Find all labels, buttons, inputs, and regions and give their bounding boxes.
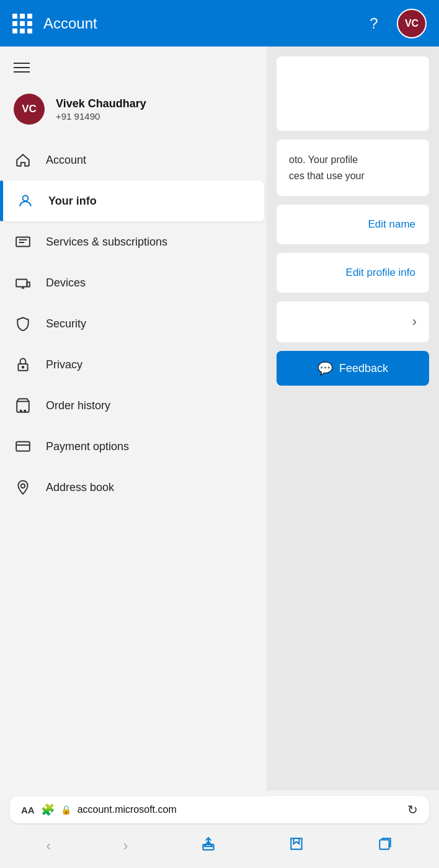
app-title: Account [43, 15, 351, 32]
sidebar-item-order-history[interactable]: Order history [0, 385, 267, 426]
svg-point-9 [22, 366, 24, 368]
grid-icon[interactable] [12, 14, 32, 33]
url-bar[interactable]: AA 🧩 🔒 account.microsoft.com ↻ [10, 796, 429, 823]
feedback-label: Feedback [339, 362, 388, 375]
svg-rect-4 [16, 280, 27, 287]
user-name: Vivek Chaudhary [56, 97, 146, 111]
lock-icon-browser: 🔒 [61, 805, 71, 815]
services-icon [14, 232, 32, 251]
sidebar-item-privacy-label: Privacy [46, 358, 82, 371]
user-phone: +91 91490 [56, 111, 146, 122]
profile-description: oto. Your profileces that use your [289, 152, 417, 184]
user-profile: VC Vivek Chaudhary +91 91490 [0, 85, 267, 140]
sidebar-item-payment[interactable]: Payment options [0, 426, 267, 467]
card-icon [14, 437, 32, 456]
svg-point-12 [24, 410, 25, 412]
reload-button[interactable]: ↻ [407, 802, 418, 817]
feedback-icon: 💬 [317, 361, 333, 376]
sidebar-item-services[interactable]: Services & subscriptions [0, 221, 267, 262]
back-button[interactable]: ‹ [38, 835, 58, 857]
cart-icon [14, 396, 32, 415]
sidebar-item-account[interactable]: Account [0, 140, 267, 180]
svg-point-11 [20, 410, 22, 412]
sidebar-item-security[interactable]: Security [0, 303, 267, 344]
home-icon [14, 151, 32, 169]
url-text[interactable]: account.microsoft.com [78, 804, 401, 815]
devices-icon [14, 273, 32, 292]
user-avatar-header[interactable]: VC [397, 9, 427, 38]
lock-icon [14, 355, 32, 374]
profile-text-card: oto. Your profileces that use your [277, 140, 429, 196]
sidebar-item-your-info-label: Your info [48, 195, 97, 208]
svg-point-0 [23, 195, 29, 201]
forward-button[interactable]: › [116, 835, 136, 857]
edit-name-card: Edit name [277, 205, 429, 244]
sidebar-item-your-info[interactable]: Your info [2, 180, 264, 221]
bookmarks-button[interactable] [281, 833, 312, 858]
sidebar: VC Vivek Chaudhary +91 91490 Account [0, 46, 267, 797]
help-button[interactable]: ? [362, 12, 386, 35]
feedback-button[interactable]: 💬 Feedback [277, 351, 429, 386]
hamburger-button[interactable] [0, 53, 267, 85]
sidebar-item-payment-label: Payment options [46, 440, 129, 453]
edit-profile-card: Edit profile info [277, 253, 429, 293]
sidebar-item-devices-label: Devices [46, 277, 86, 290]
sidebar-item-devices[interactable]: Devices [0, 262, 267, 303]
sidebar-item-address-book[interactable]: Address book [0, 467, 267, 508]
profile-photo-card [277, 56, 429, 131]
browser-bar: AA 🧩 🔒 account.microsoft.com ↻ ‹ › [0, 789, 439, 868]
app-header: Account ? VC [0, 0, 439, 46]
person-icon [16, 192, 35, 210]
sidebar-item-security-label: Security [46, 317, 86, 330]
content-area: oto. Your profileces that use your Edit … [267, 46, 439, 797]
svg-rect-7 [27, 282, 30, 287]
text-size-button[interactable]: AA [21, 805, 35, 815]
svg-rect-18 [379, 840, 389, 849]
svg-rect-1 [16, 237, 30, 246]
tabs-button[interactable] [370, 833, 401, 858]
extension-icon: 🧩 [41, 803, 55, 817]
edit-name-button[interactable]: Edit name [290, 218, 415, 231]
location-icon [14, 478, 32, 497]
user-info: Vivek Chaudhary +91 91490 [56, 97, 146, 122]
shield-icon [14, 314, 32, 333]
sidebar-item-account-label: Account [46, 154, 86, 167]
edit-profile-button[interactable]: Edit profile info [290, 267, 415, 279]
browser-navigation: ‹ › [0, 828, 439, 868]
sidebar-item-services-label: Services & subscriptions [46, 236, 167, 249]
svg-point-15 [21, 484, 25, 489]
user-avatar-sidebar: VC [14, 94, 45, 125]
sidebar-item-order-history-label: Order history [46, 399, 110, 412]
share-button[interactable] [193, 833, 224, 858]
chevron-right-icon: › [289, 314, 417, 330]
svg-rect-13 [16, 441, 30, 451]
chevron-card[interactable]: › [277, 301, 429, 342]
sidebar-item-address-book-label: Address book [46, 481, 114, 494]
main-layout: VC Vivek Chaudhary +91 91490 Account [0, 46, 439, 797]
sidebar-item-privacy[interactable]: Privacy [0, 344, 267, 385]
